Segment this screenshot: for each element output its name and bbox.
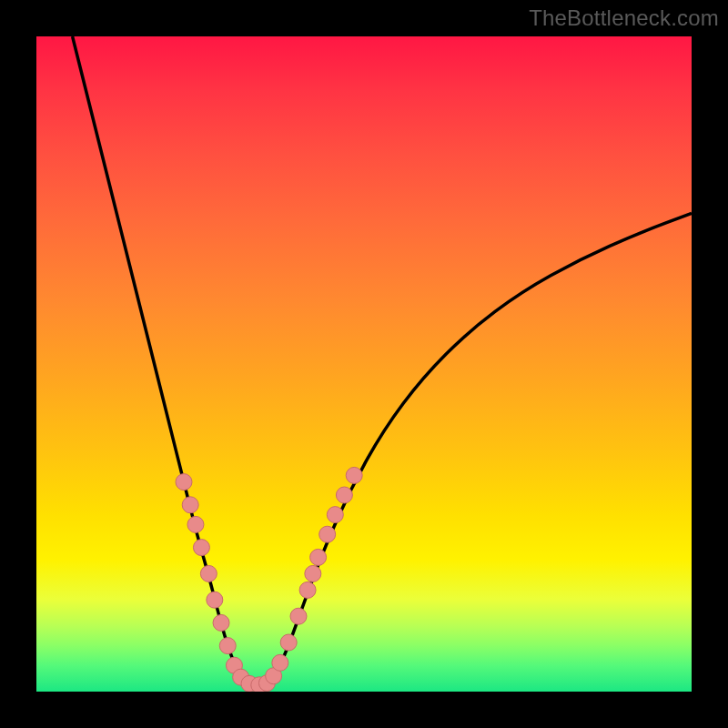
data-point (290, 608, 307, 624)
chart-svg (36, 36, 692, 692)
data-point (305, 565, 321, 581)
data-point (187, 516, 204, 532)
data-point (310, 549, 327, 565)
data-point (336, 487, 352, 503)
data-point (327, 507, 343, 523)
plot-area (36, 36, 692, 692)
data-point (200, 565, 217, 581)
chart-frame: TheBottleneck.com (0, 0, 728, 728)
data-point (213, 614, 229, 631)
data-point (280, 634, 297, 651)
data-point (299, 581, 316, 598)
data-point (207, 592, 223, 608)
data-point (319, 526, 336, 542)
data-point (346, 467, 362, 483)
data-point (193, 540, 209, 556)
data-point (219, 638, 236, 654)
data-point (176, 474, 192, 490)
bottleneck-curve (73, 36, 692, 685)
data-point (182, 497, 198, 513)
watermark-text: TheBottleneck.com (529, 5, 719, 31)
data-point (272, 654, 288, 671)
